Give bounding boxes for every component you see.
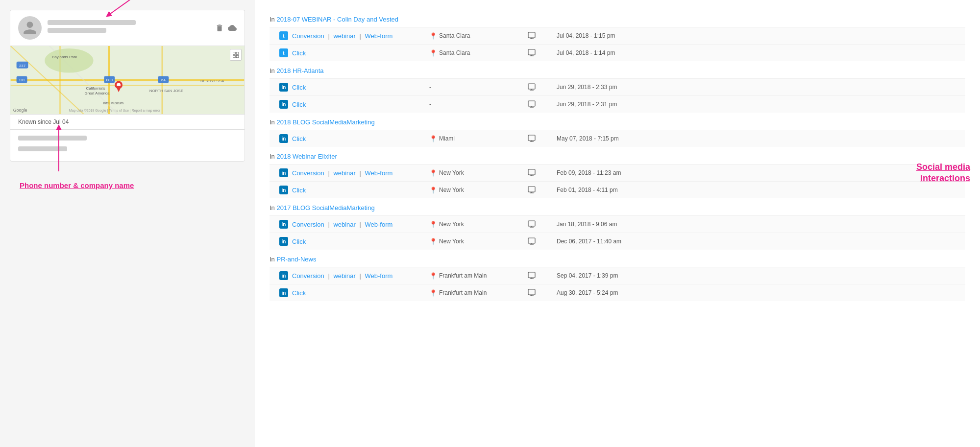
interaction-type-link[interactable]: Click [292,289,306,297]
device-icon [527,237,557,246]
svg-rect-33 [236,55,239,58]
svg-text:California's: California's [86,86,105,91]
interaction-row: t Conversion | webinar | Web-form 📍Santa… [270,27,965,45]
svg-point-10 [45,48,93,73]
campaign-header: In 2018-07 WEBINAR - Colin Day and Veste… [270,10,965,27]
phone-arrow [29,118,127,176]
interaction-type-link[interactable]: Click [292,238,306,245]
timestamp: Jun 29, 2018 - 2:31 pm [557,101,957,108]
trash-icon[interactable] [215,24,224,32]
svg-rect-39 [528,49,535,55]
campaign-title: In PR-and-News [270,256,316,263]
interaction-row: in Click 📍Frankfurt am Main Aug 30, 2017… [270,284,965,301]
interaction-form-link[interactable]: Web-form [365,272,393,280]
location: 📍New York [429,169,527,177]
interaction-type-link[interactable]: Conversion [292,169,324,177]
campaign-header: In 2017 BLOG SocialMediaMarketing [270,198,965,216]
interaction-type-link[interactable]: Click [292,101,306,108]
campaign-section: In 2018 HR-Atlanta in Click - Jun 29, 20… [270,61,965,113]
location: 📍New York [429,221,527,228]
svg-rect-4 [11,85,245,86]
interaction-type: Conversion | webinar | Web-form [292,221,429,228]
interaction-type: Click [292,84,429,91]
svg-text:BERRYESSA: BERRYESSA [200,79,224,83]
interaction-row: in Click - Jun 29, 2018 - 2:33 pm [270,79,965,96]
device-icon [527,271,557,280]
linkedin-icon: in [279,237,288,246]
timestamp: Jul 04, 2018 - 1:15 pm [557,32,957,39]
interaction-row: in Conversion | webinar | Web-form 📍New … [270,216,965,233]
location-pin: 📍 [429,135,437,142]
campaign-link[interactable]: 2017 BLOG SocialMediaMarketing [276,204,374,212]
timestamp: Jul 04, 2018 - 1:14 pm [557,49,957,56]
location: 📍Frankfurt am Main [429,289,527,297]
right-panel: Social mediainteractions In 2018-07 WEBI… [255,0,980,447]
location: 📍New York [429,187,527,194]
email-bar [48,28,106,33]
svg-rect-66 [528,289,535,295]
campaign-title: In 2018 BLOG SocialMediaMarketing [270,118,375,126]
linkedin-icon: in [279,186,288,194]
interaction-type-link[interactable]: Conversion [292,272,324,280]
interaction-type: Click [292,135,429,142]
campaign-link[interactable]: 2018 Webinar Elixiter [276,153,337,160]
interaction-type-link[interactable]: Conversion [292,221,324,228]
name-annotation-container: Name & email address [94,0,152,19]
campaign-title: In 2017 BLOG SocialMediaMarketing [270,204,375,212]
interaction-subtype-link[interactable]: webinar [333,169,356,177]
campaign-title: In 2018 HR-Atlanta [270,67,324,74]
svg-rect-30 [233,52,235,54]
campaign-link[interactable]: 2018 HR-Atlanta [276,67,323,74]
svg-rect-42 [528,84,535,89]
interaction-subtype-link[interactable]: webinar [333,32,356,40]
location-pin: 📍 [429,49,437,57]
profile-header: Name & email address [10,10,245,46]
linkedin-icon: in [279,168,288,177]
campaign-link[interactable]: 2018 BLOG SocialMediaMarketing [276,118,374,126]
device-icon [527,220,557,229]
campaigns-container: In 2018-07 WEBINAR - Colin Day and Veste… [270,10,965,301]
timestamp: Aug 30, 2017 - 5:24 pm [557,289,957,296]
name-bar [48,20,136,25]
interaction-type-link[interactable]: Conversion [292,32,324,40]
interaction-subtype-link[interactable]: webinar [333,221,356,228]
cloud-icon[interactable] [228,24,237,32]
interaction-type-link[interactable]: Click [292,49,306,57]
map-expand-button[interactable] [230,49,242,61]
device-icon [527,134,557,143]
campaign-header: In 2018 Webinar Elixiter [270,147,965,165]
campaign-link[interactable]: PR-and-News [276,256,316,263]
twitter-icon: t [279,31,288,40]
svg-rect-51 [528,169,535,175]
map-svg: Baylands Park 101 237 880 64 California'… [10,46,245,114]
linkedin-icon: in [279,134,288,143]
left-panel: Name & email address [0,0,255,447]
device-icon [527,100,557,109]
interaction-form-link[interactable]: Web-form [365,32,393,40]
svg-rect-31 [236,52,239,54]
linkedin-icon: in [279,220,288,229]
svg-line-1 [108,0,143,15]
interaction-type-link[interactable]: Click [292,187,306,194]
interaction-row: in Click 📍New York Feb 01, 2018 - 4:11 p… [270,182,965,198]
interaction-row: in Click 📍New York Dec 06, 2017 - 11:40 … [270,233,965,250]
interaction-subtype-link[interactable]: webinar [333,272,356,280]
svg-rect-36 [528,32,535,38]
campaign-link[interactable]: 2018-07 WEBINAR - Colin Day and Vested [276,16,398,23]
interaction-type-link[interactable]: Click [292,135,306,142]
campaign-header: In 2018 BLOG SocialMediaMarketing [270,113,965,130]
campaign-section: In PR-and-News in Conversion | webinar |… [270,250,965,301]
device-icon [527,48,557,57]
avatar [18,16,42,40]
interaction-row: t Click 📍Santa Clara Jul 04, 2018 - 1:14… [270,45,965,61]
svg-text:Great America: Great America [85,91,110,95]
svg-text:Intel Museum: Intel Museum [103,101,123,105]
location-pin: 📍 [429,289,437,297]
interaction-type: Click [292,101,429,108]
device-icon [527,288,557,297]
interaction-type-link[interactable]: Click [292,84,306,91]
phone-annotation-label: Phone number & company name [10,181,245,189]
interaction-form-link[interactable]: Web-form [365,169,393,177]
interaction-form-link[interactable]: Web-form [365,221,393,228]
campaign-section: In 2017 BLOG SocialMediaMarketing in Con… [270,198,965,250]
